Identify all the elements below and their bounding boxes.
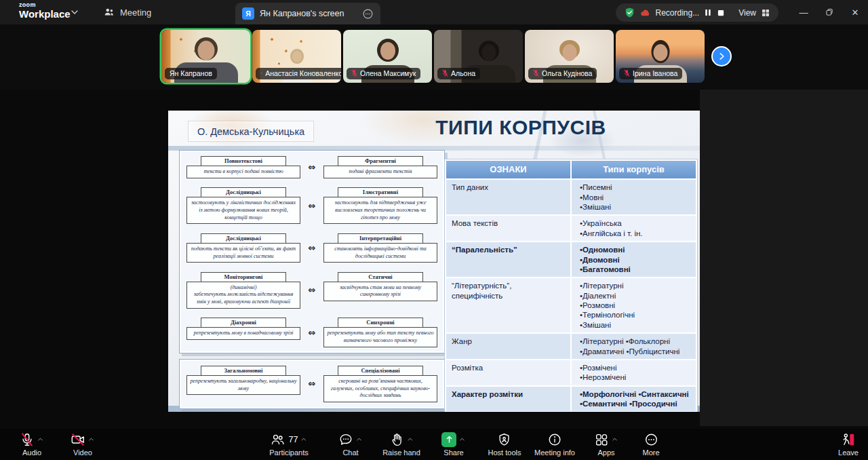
flow-box-desc: засвідчують стан мови на певному синхрон… xyxy=(323,282,437,302)
video-tile[interactable]: Альона xyxy=(434,30,523,83)
host-tools-button[interactable]: Host tools xyxy=(488,431,521,457)
audio-label: Audio xyxy=(22,448,41,457)
logo-workplace-text: Workplace xyxy=(19,9,71,19)
chevron-down-icon[interactable] xyxy=(69,7,80,18)
flow-box-title: Синхронні xyxy=(338,318,424,328)
chevron-up-icon[interactable] xyxy=(458,436,466,443)
flow-box-desc: тексти в корпусі подані повністю xyxy=(186,166,300,178)
apps-button[interactable]: Apps xyxy=(594,431,618,457)
participants-icon xyxy=(271,432,285,447)
video-tile[interactable]: Ірина Іванова xyxy=(616,30,705,83)
recording-pill: Recording... View xyxy=(616,3,779,22)
logo-zoom-text: zoom xyxy=(19,2,71,8)
flow-box-desc: (динамічні) забезпечують можливість відс… xyxy=(186,282,300,309)
more-button[interactable]: More xyxy=(642,431,659,457)
next-participants-button[interactable] xyxy=(711,46,732,66)
flowchart-bottom-panel: Загальномовнірепрезентують загальнонарод… xyxy=(179,359,445,409)
muted-mic-icon xyxy=(442,69,448,77)
view-button-label[interactable]: View xyxy=(738,8,756,18)
meeting-info-button[interactable]: Meeting info xyxy=(534,431,575,457)
flow-box-desc: подані фрагменти текстів xyxy=(323,166,437,178)
shared-screen-area: О. Демська-Кульчицька ТИПИ КОРПУСІВ Повн… xyxy=(0,90,868,429)
muted-camera-icon xyxy=(71,432,85,447)
table-row-label: Тип даних xyxy=(446,180,570,214)
share-screen-icon xyxy=(441,432,456,447)
leave-label: Leave xyxy=(838,448,859,457)
chat-button[interactable]: Chat xyxy=(338,431,363,457)
table-row-values: •Писемні •Мовні •Змішані xyxy=(572,180,696,214)
stop-recording-icon[interactable] xyxy=(717,9,725,17)
flow-box-title: Ілюстративні xyxy=(338,187,424,197)
chevron-up-icon[interactable] xyxy=(87,436,95,443)
flow-box-title: Дослідницькі xyxy=(201,187,287,197)
participant-name: Альона xyxy=(451,69,475,77)
participants-strip: Ян Капранов Анастасія Коноваленко Олена … xyxy=(0,24,868,90)
table-row-values: •Літературні •Фольклорні •Драматичні •Пу… xyxy=(572,334,696,359)
participants-button[interactable]: 77 Participants xyxy=(269,431,308,457)
zoom-window: zoom Workplace Meeting Я Ян Капранов's s… xyxy=(0,0,868,460)
participant-name: Ольга Кудінова xyxy=(542,69,592,77)
flowchart-panel: Повнотекстовітексти в корпусі подані пов… xyxy=(179,150,445,353)
flow-box-title: Дослідницькі xyxy=(201,233,287,244)
table-row-values: •Морфологічні •Синтаксичні •Семантичні •… xyxy=(572,387,696,412)
minimize-button[interactable]: — xyxy=(791,0,816,24)
flow-row: Повнотекстовітексти в корпусі подані пов… xyxy=(186,156,437,178)
more-label: More xyxy=(642,448,659,457)
recording-label: Recording... xyxy=(656,8,700,18)
close-button[interactable]: ✕ xyxy=(842,0,868,24)
chevron-up-icon[interactable] xyxy=(37,436,44,443)
leave-button[interactable]: Leave xyxy=(838,431,859,457)
share-button[interactable]: Share xyxy=(441,431,466,457)
raise-hand-button[interactable]: Raise hand xyxy=(382,431,420,457)
chevron-up-icon[interactable] xyxy=(406,436,414,443)
meeting-toolbar: Audio Video 77 Participants xyxy=(0,429,868,460)
participant-name-tag: Анастасія Коноваленко xyxy=(256,68,341,79)
flow-box-title: Моніторингові xyxy=(201,272,287,282)
pause-recording-icon[interactable] xyxy=(704,8,712,17)
muted-mic-icon xyxy=(20,432,35,447)
restore-button[interactable] xyxy=(816,0,842,24)
chevron-up-icon[interactable] xyxy=(611,436,618,443)
table-row-values: •Українська •Англійська і т. ін. xyxy=(572,216,696,241)
flow-box-desc: репрезентують мову або тип тексту певног… xyxy=(323,327,437,347)
flow-box-title: Фрагментні xyxy=(338,156,424,166)
video-button[interactable]: Video xyxy=(71,431,95,457)
participants-count: 77 xyxy=(289,435,298,444)
video-tile[interactable]: Ольга Кудінова xyxy=(525,30,614,83)
table-row-label: Розмітка xyxy=(446,360,570,385)
flow-box-desc: скеровані на розв’язання часткових, галу… xyxy=(323,375,437,402)
double-arrow-icon: ⇔ xyxy=(304,285,319,295)
muted-mic-icon xyxy=(260,69,262,77)
tab-meeting[interactable]: Meeting xyxy=(103,0,151,24)
titlebar: zoom Workplace Meeting Я Ян Капранов's s… xyxy=(0,0,868,24)
video-tile[interactable]: Ян Капранов xyxy=(161,30,250,83)
avatar: Я xyxy=(242,7,254,20)
corpus-types-table: ОЗНАКИ Типи корпусів Тип даних •Писемні … xyxy=(445,159,697,412)
tab-screen-share-label: Ян Капранов's screen xyxy=(260,9,357,18)
chevron-up-icon[interactable] xyxy=(300,436,307,443)
chevron-up-icon[interactable] xyxy=(355,436,363,443)
flow-box-desc: репрезентують загальнонародну, національ… xyxy=(186,375,300,396)
flow-row: Загальномовнірепрезентують загальнонарод… xyxy=(186,366,437,402)
tab-options-icon[interactable] xyxy=(362,8,374,20)
shared-screen-margin xyxy=(700,90,868,426)
view-grid-icon[interactable] xyxy=(761,8,770,18)
table-row-values: •Розмічені •Нерозмічені xyxy=(572,360,696,385)
security-shield-icon[interactable] xyxy=(624,7,635,18)
share-label: Share xyxy=(443,448,463,457)
audio-button[interactable]: Audio xyxy=(20,431,44,457)
video-tile[interactable]: Олена Максимук xyxy=(343,30,432,83)
host-tools-shield-icon xyxy=(497,432,512,447)
leave-meeting-icon xyxy=(841,432,856,447)
meeting-people-icon xyxy=(103,6,115,18)
more-ellipsis-icon xyxy=(644,432,658,447)
flow-box-desc: подають тексти як цілісні об’єкти, як фа… xyxy=(186,243,300,263)
table-row-label: Характер розмітки xyxy=(446,387,570,412)
video-tile[interactable]: Анастасія Коноваленко xyxy=(252,30,341,83)
info-icon xyxy=(547,432,562,447)
cloud-recording-icon xyxy=(640,8,651,17)
flow-box-desc: становлять інформаційно-довідкові та дос… xyxy=(323,243,437,263)
table-row-values: •Одномовні •Двомовні •Багатомовні xyxy=(572,242,696,277)
tab-screen-share[interactable]: Я Ян Капранов's screen xyxy=(235,3,380,24)
participant-name: Олена Максимук xyxy=(360,69,416,77)
